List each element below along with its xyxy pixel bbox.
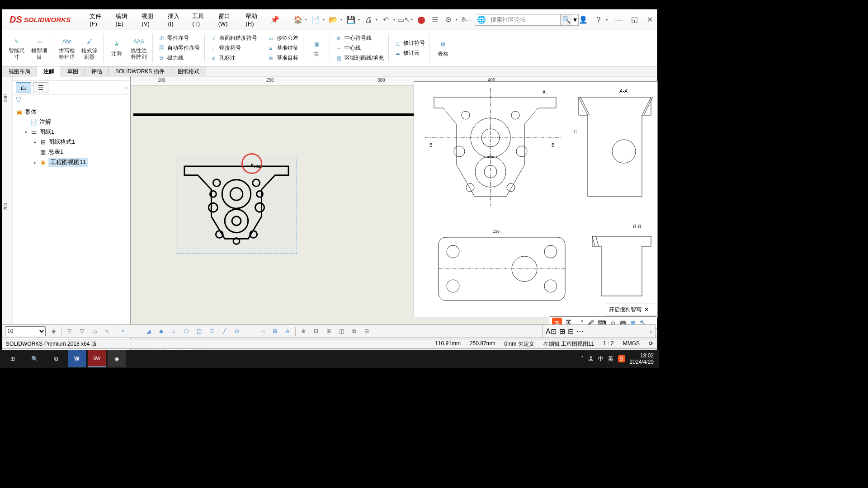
dim-tool-2[interactable]: ⊡: [311, 326, 321, 336]
system-dropdown[interactable]: 系...: [461, 15, 471, 25]
balloon-button[interactable]: ①零件序号: [156, 34, 202, 43]
smart-dimension-button[interactable]: ✎智能尺 寸: [6, 32, 28, 64]
feature-manager-tab[interactable]: 🗂: [16, 82, 31, 93]
snap-10-icon[interactable]: ⊢: [245, 326, 255, 336]
tab-view-layout[interactable]: 视图布局: [2, 66, 37, 76]
rebuild-icon[interactable]: ⬤: [416, 15, 426, 25]
dim-leader-icon[interactable]: A⊡: [546, 327, 557, 336]
spell-check-button[interactable]: Abc拼写检 验程序: [56, 32, 78, 64]
menu-edit[interactable]: 编辑(E): [110, 10, 137, 29]
expand-tree-button[interactable]: ›: [125, 84, 127, 91]
weld-symbol-button[interactable]: ⟋焊接符号: [208, 44, 259, 53]
snap-13-icon[interactable]: A: [283, 326, 292, 336]
menu-file[interactable]: 文件(F): [84, 10, 110, 29]
tab-annotate[interactable]: 注解: [37, 66, 61, 76]
filter-icon[interactable]: ▽: [64, 326, 74, 336]
drawing-view-selection[interactable]: [176, 158, 297, 253]
surface-finish-button[interactable]: √表面粗糙度符号: [208, 34, 259, 43]
linewidth-select[interactable]: 10: [5, 326, 46, 336]
snap-center-icon[interactable]: ◆: [156, 326, 166, 336]
snap-near-icon[interactable]: ⊡: [207, 326, 217, 336]
tab-sheet-format[interactable]: 图纸格式: [171, 66, 206, 76]
datum-target-button[interactable]: ⊕基准目标: [265, 54, 300, 63]
taskbar-search[interactable]: 🔍: [24, 350, 45, 367]
snap-8-icon[interactable]: ╱: [219, 326, 229, 336]
tab-evaluate[interactable]: 评估: [85, 66, 109, 76]
dim-tool-5[interactable]: ⧉: [349, 326, 359, 336]
menu-tools[interactable]: 工具(T): [187, 10, 212, 29]
geo-tolerance-button[interactable]: ▭形位公差: [265, 34, 300, 43]
filter2-icon[interactable]: ▽: [77, 326, 87, 336]
tree-root[interactable]: ▣泵体: [14, 107, 129, 117]
cursor-filter-icon[interactable]: ↖: [102, 326, 112, 336]
help-icon[interactable]: ?: [594, 15, 603, 24]
status-units[interactable]: MMGS: [623, 340, 640, 348]
dim-tool-4[interactable]: ◫: [336, 326, 346, 336]
tree-filter[interactable]: ▽: [13, 94, 130, 105]
user-icon[interactable]: 👤: [579, 15, 588, 24]
property-manager-tab[interactable]: ☰: [33, 82, 48, 93]
snap-int-icon[interactable]: ◫: [194, 326, 204, 336]
pin-icon[interactable]: 📌: [270, 15, 279, 24]
snap-9-icon[interactable]: ⊙: [232, 326, 242, 336]
centerline-button[interactable]: ╌中心线: [333, 44, 386, 53]
word-taskbar-icon[interactable]: W: [68, 350, 86, 367]
select-filter-icon[interactable]: ▭: [90, 326, 99, 336]
format-painter-button[interactable]: 🖌格式涂 刷器: [79, 32, 100, 64]
snap-point-icon[interactable]: •: [118, 326, 128, 336]
menu-view[interactable]: 视图(V): [136, 10, 162, 29]
linear-note-pattern-button[interactable]: AAA线性注 释阵列: [128, 32, 150, 64]
options-gear-icon[interactable]: ⚙: [443, 15, 453, 25]
snap-end-icon[interactable]: ⊢: [131, 326, 141, 336]
taskbar-clock[interactable]: 18:02 2024/4/29: [630, 352, 654, 366]
dim-more-icon[interactable]: ⋯: [576, 327, 584, 336]
close-icon[interactable]: ✕: [644, 306, 649, 313]
search-button[interactable]: 🔍: [560, 14, 572, 25]
tree-general-table[interactable]: ▦总表1: [14, 147, 129, 157]
tree-sheet[interactable]: ▾▭图纸1: [14, 127, 129, 137]
snap-11-icon[interactable]: ⊣: [257, 326, 267, 336]
magnetic-line-button[interactable]: ⧉磁力线: [156, 54, 202, 63]
tab-sketch[interactable]: 草图: [61, 66, 85, 76]
menu-insert[interactable]: 插入(I): [162, 10, 187, 29]
tree-annotations[interactable]: 📄注解: [14, 117, 129, 127]
center-mark-button[interactable]: ⊕中心符号线: [333, 34, 386, 43]
save-icon[interactable]: 💾: [346, 15, 356, 25]
menu-window[interactable]: 窗口(W): [213, 10, 241, 29]
new-icon[interactable]: 📄: [311, 15, 321, 25]
note-button[interactable]: A注释: [106, 32, 127, 64]
dim-tool-6[interactable]: ⊟: [362, 326, 372, 336]
snap-mid-icon[interactable]: ◢: [143, 326, 153, 336]
search-input[interactable]: [488, 15, 560, 24]
tray-ime-en[interactable]: 英: [608, 355, 613, 363]
tab-addins[interactable]: SOLIDWORKS 插件: [109, 66, 171, 76]
dim-tool-1[interactable]: ⊕: [298, 326, 308, 336]
auto-balloon-button[interactable]: ⓐ自动零件序号: [156, 44, 202, 53]
start-button[interactable]: ⊞: [2, 350, 24, 367]
tray-up-icon[interactable]: ˄: [581, 356, 584, 362]
select-icon[interactable]: ▭↖: [399, 15, 409, 25]
tray-sogou-icon[interactable]: S: [618, 355, 625, 362]
undo-icon[interactable]: ↶: [381, 15, 391, 25]
snap-12-icon[interactable]: ⊞: [270, 326, 280, 336]
status-scale[interactable]: 1 : 2: [603, 340, 613, 348]
restore-button[interactable]: ◱: [630, 15, 639, 24]
tree-drawing-view[interactable]: ▸▣工程图视图11: [14, 157, 129, 168]
close-button[interactable]: ✕: [645, 15, 654, 24]
tray-ime-zh[interactable]: 中: [598, 355, 604, 363]
hole-callout-button[interactable]: ⌀孔标注: [208, 54, 259, 63]
sogou-popup[interactable]: 开启搜狗智写 ✕: [606, 304, 657, 315]
options-list-icon[interactable]: ☰: [430, 15, 440, 25]
status-refresh-icon[interactable]: ⟳: [649, 340, 653, 348]
datum-feature-button[interactable]: ▲基准特征: [265, 44, 300, 53]
dim-tool-3[interactable]: ⊞: [324, 326, 334, 336]
solidworks-taskbar-icon[interactable]: SW: [88, 350, 106, 367]
menu-help[interactable]: 帮助(H): [240, 10, 267, 29]
block-button[interactable]: ▣块: [306, 32, 327, 64]
print-icon[interactable]: 🖨: [363, 15, 373, 25]
snap-quad-icon[interactable]: ⬡: [181, 326, 191, 336]
tree-sheet-format[interactable]: ▸⊞图纸格式1: [14, 137, 129, 147]
open-icon[interactable]: 📂: [328, 15, 338, 25]
tables-button[interactable]: ⊞表格: [433, 32, 453, 64]
layer-icon[interactable]: ◈: [48, 326, 58, 336]
